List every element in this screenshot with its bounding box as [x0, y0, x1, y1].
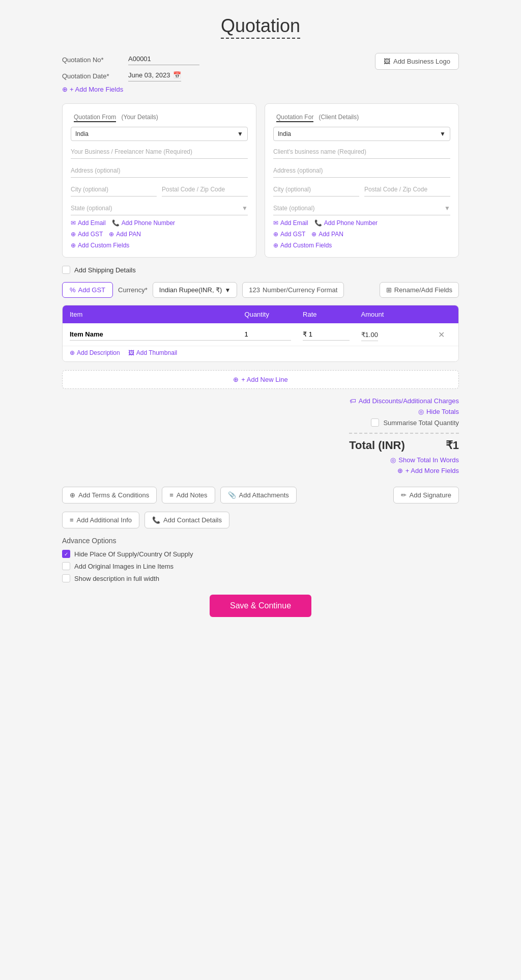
for-postal-input[interactable] [364, 183, 450, 197]
phone-icon: 📞 [112, 219, 120, 227]
add-gst-button[interactable]: % Add GST [62, 282, 113, 298]
total-label: Total (INR) [349, 439, 405, 452]
from-panel-title: Quotation From (Your Details) [71, 112, 248, 121]
from-city-input[interactable] [71, 183, 157, 197]
quantity-input[interactable] [245, 328, 292, 341]
quotation-date-label: Quotation Date* [62, 69, 128, 80]
from-add-email-btn[interactable]: ✉ Add Email [71, 219, 106, 227]
tag-icon: 🏷 [350, 397, 356, 405]
for-address-input[interactable] [273, 164, 450, 178]
quotation-date-value: June 03, 2023 [128, 71, 170, 79]
table-row: ₹1.00 ✕ [63, 323, 458, 346]
from-business-name-input[interactable] [71, 145, 248, 159]
for-add-pan-btn[interactable]: ⊕ Add PAN [311, 231, 343, 238]
remove-item-button[interactable]: ✕ [431, 330, 451, 340]
full-width-desc-label: Show description in full width [74, 575, 159, 582]
image-icon: 🖼 [384, 58, 390, 65]
from-add-custom-btn[interactable]: ⊕ Add Custom Fields [71, 242, 129, 249]
chevron-down-icon: ▼ [242, 205, 248, 212]
pen-icon: ✏ [401, 491, 407, 499]
items-table: Item Quantity Rate Amount ₹1.00 ✕ ⊕ [62, 305, 459, 362]
for-city-input[interactable] [273, 183, 359, 197]
for-country-dropdown[interactable]: India ▼ [273, 127, 450, 141]
add-more-fields-totals-btn[interactable]: ⊕ + Add More Fields [397, 467, 459, 474]
add-contact-button[interactable]: 📞 Add Contact Details [144, 512, 229, 528]
advance-title: Advance Options [62, 537, 459, 545]
plus-circle-icon: ⊕ [273, 242, 278, 249]
add-business-logo-button[interactable]: 🖼 Add Business Logo [375, 53, 459, 70]
advance-option-3: Show description in full width [62, 574, 459, 582]
currency-dropdown[interactable]: Indian Rupee(INR, ₹) ▼ [153, 282, 238, 298]
add-discounts-btn[interactable]: 🏷 Add Discounts/Additional Charges [350, 397, 459, 405]
summarise-qty-row: Summarise Total Quantity [371, 418, 459, 427]
add-desc-row: ⊕ Add Description 🖼 Add Thumbnail [63, 346, 458, 361]
from-country-dropdown[interactable]: India ▼ [71, 127, 248, 141]
advance-option-1: ✓ Hide Place Of Supply/Country Of Supply [62, 550, 459, 558]
phone-icon: 📞 [314, 219, 322, 227]
from-add-gst-btn[interactable]: ⊕ Add GST [71, 231, 103, 238]
number-format-button[interactable]: 123 Number/Currency Format [242, 282, 344, 298]
summarise-qty-checkbox[interactable] [371, 418, 379, 427]
currency-label: Currency* [118, 286, 148, 294]
shipping-checkbox[interactable] [62, 266, 70, 274]
item-name-input[interactable] [70, 328, 245, 341]
notes-icon: ≡ [169, 491, 173, 499]
hide-totals-btn[interactable]: ◎ Hide Totals [418, 408, 459, 415]
add-notes-button[interactable]: ≡ Add Notes [162, 487, 215, 503]
shipping-label: Add Shipping Details [74, 266, 136, 274]
table-header: Item Quantity Rate Amount [63, 305, 458, 323]
email-icon: ✉ [273, 219, 278, 227]
for-add-email-btn[interactable]: ✉ Add Email [273, 219, 308, 227]
amount-display: ₹1.00 [361, 329, 378, 341]
col-quantity: Quantity [245, 311, 303, 318]
chevron-down-icon: ▼ [237, 130, 243, 137]
plus-icon: ⊕ [233, 376, 239, 383]
format-icon: 123 [249, 286, 260, 294]
add-more-fields-btn[interactable]: ⊕ + Add More Fields [62, 86, 375, 93]
percent-icon: % [70, 286, 76, 294]
for-add-custom-btn[interactable]: ⊕ Add Custom Fields [273, 242, 332, 249]
for-state-dropdown[interactable]: State (optional) ▼ [273, 202, 450, 215]
add-signature-button[interactable]: ✏ Add Signature [393, 487, 459, 503]
add-new-line-btn[interactable]: ⊕ + Add New Line [62, 370, 459, 389]
rate-input[interactable] [303, 328, 350, 341]
for-business-name-input[interactable] [273, 145, 450, 159]
rename-fields-button[interactable]: ⊞ Rename/Add Fields [380, 282, 459, 298]
total-value: ₹1 [446, 439, 459, 452]
from-address-input[interactable] [71, 164, 248, 178]
plus-circle-icon: ⊕ [397, 467, 403, 474]
from-state-dropdown[interactable]: State (optional) ▼ [71, 202, 248, 215]
phone-icon: 📞 [152, 516, 160, 524]
from-postal-input[interactable] [162, 183, 248, 197]
quotation-no-label: Quotation No* [62, 53, 128, 64]
bottom-buttons-row: ⊕ Add Terms & Conditions ≡ Add Notes 📎 A… [62, 487, 459, 503]
calendar-icon: 📅 [173, 71, 181, 79]
plus-icon: ⊕ [70, 491, 75, 499]
show-total-words-btn[interactable]: ◎ Show Total In Words [390, 456, 459, 464]
circle-icon: ◎ [418, 408, 424, 415]
quotation-for-panel: Quotation For (Client Details) India ▼ S… [265, 103, 459, 258]
grid-icon: ⊞ [386, 286, 392, 294]
chevron-down-icon: ▼ [440, 130, 446, 137]
paperclip-icon: 📎 [228, 491, 236, 499]
plus-circle-icon: ⊕ [273, 231, 278, 238]
info-icon: ≡ [70, 516, 74, 524]
email-icon: ✉ [71, 219, 76, 227]
from-add-phone-btn[interactable]: 📞 Add Phone Number [112, 219, 175, 227]
add-terms-button[interactable]: ⊕ Add Terms & Conditions [62, 487, 157, 503]
add-additional-button[interactable]: ≡ Add Additional Info [62, 512, 139, 528]
quotation-from-panel: Quotation From (Your Details) India ▼ St… [62, 103, 256, 258]
from-add-pan-btn[interactable]: ⊕ Add PAN [109, 231, 140, 238]
total-row: Total (INR) ₹1 [349, 433, 459, 452]
save-continue-button[interactable]: Save & Continue [210, 595, 311, 617]
add-description-btn[interactable]: ⊕ Add Description [70, 349, 120, 356]
add-attachments-button[interactable]: 📎 Add Attachments [220, 487, 297, 503]
for-add-phone-btn[interactable]: 📞 Add Phone Number [314, 219, 378, 227]
hide-supply-checkbox[interactable]: ✓ [62, 550, 70, 558]
plus-circle-icon: ⊕ [71, 231, 76, 238]
advance-options-section: Advance Options ✓ Hide Place Of Supply/C… [62, 537, 459, 582]
original-images-checkbox[interactable] [62, 562, 70, 570]
add-thumbnail-btn[interactable]: 🖼 Add Thumbnail [128, 349, 178, 356]
full-width-desc-checkbox[interactable] [62, 574, 70, 582]
for-add-gst-btn[interactable]: ⊕ Add GST [273, 231, 305, 238]
